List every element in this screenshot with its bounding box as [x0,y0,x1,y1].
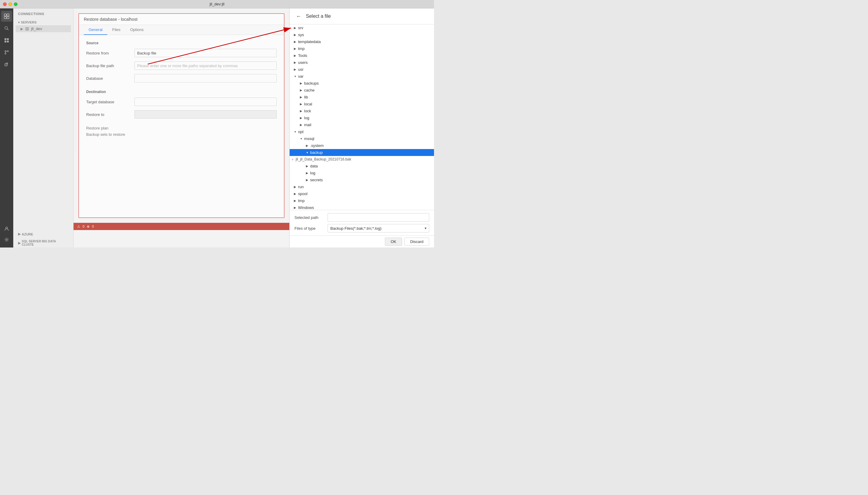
sidebar-user-icon[interactable] [1,223,12,234]
svg-rect-21 [25,29,29,30]
restore-to-row: Restore to [86,110,277,119]
svg-line-5 [7,29,9,30]
close-button[interactable] [3,2,6,6]
tree-item-usr[interactable]: ▶ usr [290,66,434,73]
svg-rect-0 [4,14,6,16]
chevron-opt-icon: ▾ [292,130,298,133]
target-database-input[interactable]: jll [134,98,277,106]
tree-item-log[interactable]: ▶ log [290,115,434,121]
sql-cluster-section[interactable]: ▶ SQL SERVER BIG DATA CLUSTE [13,238,73,248]
restore-to-input[interactable] [134,110,277,119]
tab-files[interactable]: Files [107,25,125,35]
database-label: Database [86,76,134,81]
chevron-backup-icon: ▾ [304,151,310,154]
tree-item-data[interactable]: ▶ data [290,163,434,170]
source-section-title: Source [86,41,277,45]
sidebar-settings-icon[interactable] [1,234,12,245]
chevron-log-icon: ▶ [298,116,304,120]
file-selector-title: Select a file [306,14,331,19]
chevron-spool-icon: ▶ [292,192,298,195]
tree-item-srv[interactable]: ▶ srv [290,24,434,31]
files-of-type-row: Files of type Backup Files(*.bak;*.trn;*… [294,224,429,233]
restore-from-select[interactable]: Backup file [134,49,277,57]
file-item-backup-bak[interactable]: ≡ jll_jll_Data_Backup_20210716.bak [290,156,434,163]
server-item-jll-dev[interactable]: ▶ jll_dev [16,25,71,32]
tree-item-opt[interactable]: ▾ opt [290,128,434,135]
chevron-srv-icon: ▶ [292,26,298,30]
tree-item-users[interactable]: ▶ users [290,59,434,66]
backup-file-path-input[interactable] [134,62,277,70]
tree-item-log2[interactable]: ▶ log [290,170,434,176]
svg-rect-20 [25,28,29,29]
tree-item-local[interactable]: ▶ local [290,101,434,107]
restore-plan-section: Restore plan Backup sets to restore [86,126,277,137]
server-chevron-icon: ▶ [20,27,23,31]
files-of-type-select[interactable]: Backup Files(*.bak;*.trn;*.log) ▾ [328,224,429,233]
back-button[interactable]: ← [294,12,303,20]
destination-title: Destination [86,90,277,94]
restore-plan-link[interactable]: Restore plan [86,126,277,130]
sql-chevron-icon: ▶ [18,241,20,245]
tree-item-secrets[interactable]: ▶ secrets [290,176,434,183]
discard-button[interactable]: Discard [405,238,429,246]
backup-sets-link[interactable]: Backup sets to restore [86,132,277,137]
tree-item-run[interactable]: ▶ run [290,183,434,190]
server-name: jll_dev [31,27,42,31]
servers-section: ▾ SERVERS ▶ jll_dev [13,18,73,33]
minimize-button[interactable] [9,2,12,6]
sidebar-connections-icon[interactable] [1,11,12,22]
selected-path-input[interactable]: /var/opt/mssql/backup [328,213,429,222]
tree-item-spool[interactable]: ▶ spool [290,190,434,197]
sidebar-search-icon[interactable] [1,23,12,34]
database-input[interactable] [134,74,277,83]
warning-icon: ⚠ [77,225,80,228]
tree-item-cache[interactable]: ▶ cache [290,87,434,93]
svg-point-12 [5,53,6,54]
app-body: CONNECTIONS ▾ SERVERS ▶ jll_dev [0,8,434,248]
tab-options[interactable]: Options [125,25,149,35]
tree-item-lib[interactable]: ▶ lib [290,93,434,101]
tree-item-backup[interactable]: ▾ backup [290,149,434,156]
tree-item-templatedata[interactable]: ▶ templatedata [290,38,434,45]
svg-rect-2 [4,17,6,19]
tab-general[interactable]: General [84,25,107,35]
file-selector-header: ← Select a file [290,8,434,24]
tree-item-system[interactable]: ▶ .system [290,142,434,149]
backup-file-name: jll_jll_Data_Backup_20210716.bak [296,157,351,161]
chevron-usr-icon: ▶ [292,68,298,71]
chevron-backups-icon: ▶ [298,82,304,85]
chevron-log2-icon: ▶ [304,171,310,175]
sidebar-plugin-icon[interactable] [1,59,12,70]
svg-rect-8 [4,41,6,42]
svg-rect-15 [5,64,7,66]
restore-from-row: Restore from Backup file [86,49,277,57]
sidebar-grid-icon[interactable] [1,35,12,46]
tree-item-sys[interactable]: ▶ sys [290,31,434,38]
restore-body: Source Restore from Backup file Backup f… [79,35,284,217]
target-database-row: Target database jll [86,98,277,106]
azure-section[interactable]: ▶ AZURE [13,230,73,238]
tree-item-tmp2[interactable]: ▶ tmp [290,197,434,204]
chevron-mssql-icon: ▾ [298,137,304,140]
tree-item-var[interactable]: ▾ var [290,73,434,80]
chevron-tmp2-icon: ▶ [292,199,298,202]
tree-item-tmp[interactable]: ▶ tmp [290,45,434,52]
chevron-tools-icon: ▶ [292,54,298,57]
servers-chevron-icon[interactable]: ▾ [18,21,20,24]
tree-item-lock[interactable]: ▶ lock [290,107,434,115]
connections-header: CONNECTIONS [13,8,73,18]
tree-item-tools[interactable]: ▶ Tools [290,52,434,59]
tree-item-backups[interactable]: ▶ backups [290,80,434,87]
maximize-button[interactable] [14,2,17,6]
chevron-cache-icon: ▶ [298,88,304,92]
sidebar-branch-icon[interactable] [1,47,12,58]
tree-item-windows[interactable]: ▶ Windows [290,204,434,210]
tree-item-mssql[interactable]: ▾ mssql [290,135,434,142]
tree-item-mail[interactable]: ▶ mail [290,121,434,128]
status-bar: ⚠ 0 ⊗ 0 [73,223,289,230]
icon-sidebar [0,8,13,248]
traffic-lights [3,2,17,6]
chevron-local-icon: ▶ [298,102,304,106]
svg-rect-3 [7,17,9,19]
ok-button[interactable]: OK [385,238,402,246]
